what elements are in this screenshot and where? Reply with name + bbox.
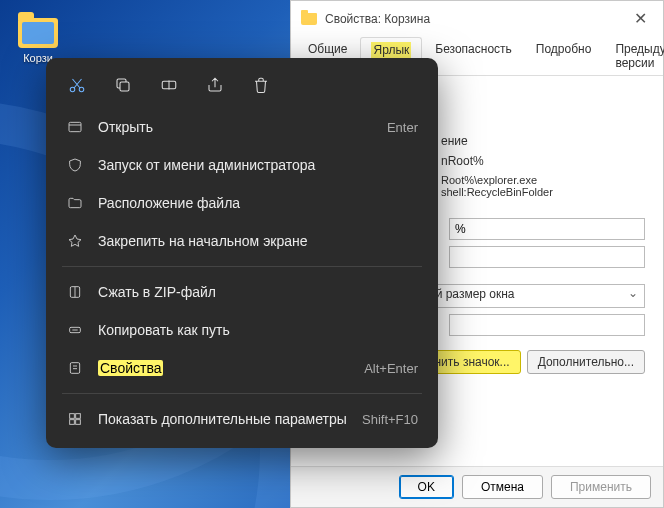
menu-copy-path-label: Копировать как путь bbox=[98, 322, 418, 338]
rename-icon[interactable] bbox=[158, 74, 180, 96]
menu-properties[interactable]: Свойства Alt+Enter bbox=[52, 349, 432, 387]
menu-zip-label: Сжать в ZIP-файл bbox=[98, 284, 418, 300]
menu-file-location[interactable]: Расположение файла bbox=[52, 184, 432, 222]
menu-more[interactable]: Показать дополнительные параметры Shift+… bbox=[52, 400, 432, 438]
cancel-button[interactable]: Отмена bbox=[462, 475, 543, 499]
svg-rect-8 bbox=[70, 414, 75, 419]
menu-copy-path[interactable]: Копировать как путь bbox=[52, 311, 432, 349]
menu-pin-start-label: Закрепить на начальном экране bbox=[98, 233, 418, 249]
close-icon[interactable]: ✕ bbox=[628, 9, 653, 28]
menu-more-shortcut: Shift+F10 bbox=[362, 412, 418, 427]
menu-run-as-admin-label: Запуск от имени администратора bbox=[98, 157, 418, 173]
context-icon-bar bbox=[52, 68, 432, 108]
menu-open[interactable]: Открыть Enter bbox=[52, 108, 432, 146]
window-icon bbox=[301, 13, 317, 25]
target-value: Root%\explorer.exe shell:RecycleBinFolde… bbox=[441, 174, 645, 198]
tab-details[interactable]: Подробно bbox=[525, 36, 603, 75]
svg-rect-2 bbox=[120, 82, 129, 91]
folder-icon bbox=[18, 18, 58, 48]
svg-rect-7 bbox=[70, 363, 79, 374]
path-icon bbox=[66, 321, 84, 339]
menu-file-location-label: Расположение файла bbox=[98, 195, 418, 211]
menu-open-shortcut: Enter bbox=[387, 120, 418, 135]
separator bbox=[62, 393, 422, 394]
separator bbox=[62, 266, 422, 267]
titlebar: Свойства: Корзина ✕ bbox=[291, 1, 663, 36]
shield-icon bbox=[66, 156, 84, 174]
advanced-button[interactable]: Дополнительно... bbox=[527, 350, 645, 374]
share-icon[interactable] bbox=[204, 74, 226, 96]
more-icon bbox=[66, 410, 84, 428]
comment-field[interactable] bbox=[449, 314, 645, 336]
zip-icon bbox=[66, 283, 84, 301]
cut-icon[interactable] bbox=[66, 74, 88, 96]
svg-rect-9 bbox=[76, 414, 81, 419]
copy-icon[interactable] bbox=[112, 74, 134, 96]
menu-more-label: Показать дополнительные параметры bbox=[98, 411, 348, 427]
properties-icon bbox=[66, 359, 84, 377]
menu-properties-shortcut: Alt+Enter bbox=[364, 361, 418, 376]
type-value: ение bbox=[441, 134, 468, 148]
dialog-buttons: OK Отмена Применить bbox=[291, 466, 663, 507]
run-select[interactable]: ый размер окна bbox=[421, 284, 645, 308]
svg-rect-4 bbox=[69, 122, 81, 131]
open-icon bbox=[66, 118, 84, 136]
apply-button[interactable]: Применить bbox=[551, 475, 651, 499]
desktop-shortcut[interactable]: Корзи bbox=[18, 18, 58, 64]
location-value: nRoot% bbox=[441, 154, 484, 168]
menu-open-label: Открыть bbox=[98, 119, 373, 135]
ok-button[interactable]: OK bbox=[399, 475, 454, 499]
delete-icon[interactable] bbox=[250, 74, 272, 96]
menu-zip[interactable]: Сжать в ZIP-файл bbox=[52, 273, 432, 311]
tab-previous-versions[interactable]: Предыдущие версии bbox=[604, 36, 664, 75]
tab-security[interactable]: Безопасность bbox=[424, 36, 523, 75]
menu-pin-start[interactable]: Закрепить на начальном экране bbox=[52, 222, 432, 260]
shortcut-key-field[interactable] bbox=[449, 246, 645, 268]
svg-rect-11 bbox=[76, 420, 81, 425]
menu-run-as-admin[interactable]: Запуск от имени администратора bbox=[52, 146, 432, 184]
folder-open-icon bbox=[66, 194, 84, 212]
context-menu: Открыть Enter Запуск от имени администра… bbox=[46, 58, 438, 448]
window-title: Свойства: Корзина bbox=[325, 12, 620, 26]
svg-rect-10 bbox=[70, 420, 75, 425]
start-in-field[interactable] bbox=[449, 218, 645, 240]
pin-icon bbox=[66, 232, 84, 250]
menu-properties-label: Свойства bbox=[98, 360, 350, 376]
